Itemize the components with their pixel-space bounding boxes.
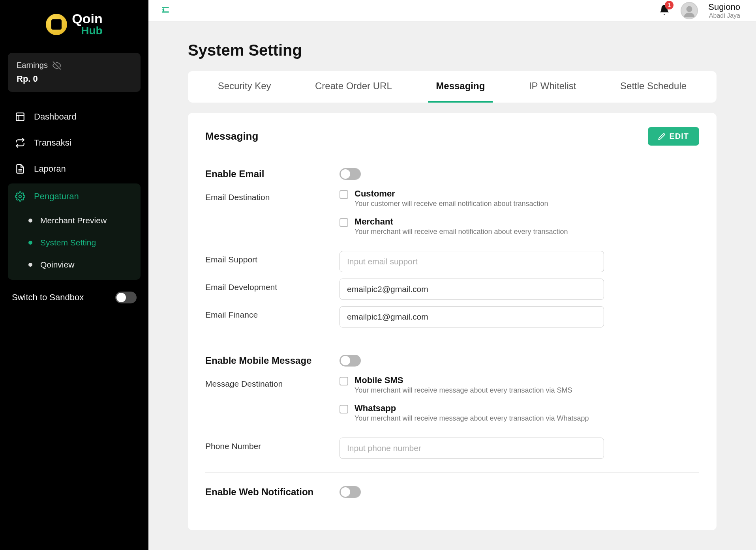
- user-info[interactable]: Sugiono Abadi Jaya: [708, 2, 740, 19]
- email-development-input[interactable]: [340, 279, 604, 300]
- tabs: Security Key Create Order URL Messaging …: [188, 71, 717, 103]
- page-title: System Setting: [188, 41, 717, 59]
- svg-rect-0: [16, 113, 24, 121]
- user-icon: [682, 4, 696, 19]
- user-company: Abadi Jaya: [708, 12, 740, 19]
- sidebar-item-dashboard[interactable]: Dashboard: [8, 104, 141, 130]
- message-destination-label: Message Destination: [205, 375, 340, 389]
- svg-point-5: [19, 195, 22, 198]
- email-finance-input[interactable]: [340, 306, 604, 327]
- divider: [205, 341, 699, 341]
- checkbox-customer-desc: Your customer will receive email notific…: [355, 200, 548, 208]
- bullet-icon: [28, 263, 32, 267]
- checkbox-merchant[interactable]: [340, 218, 348, 227]
- checkbox-customer[interactable]: [340, 190, 348, 199]
- eye-off-icon[interactable]: [53, 61, 61, 70]
- checkbox-sms-desc: Your merchant will receive message about…: [355, 386, 572, 395]
- earnings-value: Rp. 0: [17, 74, 132, 84]
- enable-mobile-label: Enable Mobile Message: [205, 355, 340, 366]
- pencil-icon: [658, 133, 665, 140]
- edit-button[interactable]: EDIT: [648, 127, 699, 146]
- bullet-icon: [28, 241, 32, 245]
- tab-create-order-url[interactable]: Create Order URL: [307, 71, 400, 103]
- checkbox-whatsapp-desc: Your merchant will receive message about…: [355, 414, 589, 423]
- tab-security-key[interactable]: Security Key: [210, 71, 279, 103]
- checkbox-customer-title: Customer: [355, 189, 548, 199]
- transaction-icon: [15, 138, 25, 148]
- topbar: 1 Sugiono Abadi Jaya: [148, 0, 756, 22]
- enable-email-label: Enable Email: [205, 168, 340, 180]
- sidebar-item-pengaturan[interactable]: Pengaturan: [8, 183, 141, 210]
- sidebar-collapse-button[interactable]: [160, 5, 171, 17]
- enable-email-toggle[interactable]: [340, 168, 361, 180]
- sidebar-item-label: Qoinview: [40, 260, 74, 269]
- email-support-input[interactable]: [340, 251, 604, 272]
- sidebar-group-pengaturan: Pengaturan Merchant Preview System Setti…: [8, 183, 141, 280]
- email-destination-label: Email Destination: [205, 189, 340, 202]
- sidebar-item-label: System Setting: [40, 238, 96, 247]
- avatar[interactable]: [681, 2, 698, 19]
- sidebar-sub-system-setting[interactable]: System Setting: [8, 232, 141, 254]
- earnings-card: Earnings Rp. 0: [8, 53, 141, 92]
- sidebar-item-label: Laporan: [34, 164, 66, 174]
- panel-title: Messaging: [205, 130, 258, 142]
- email-support-label: Email Support: [205, 251, 340, 264]
- sandbox-toggle-row: Switch to Sandbox: [8, 280, 141, 303]
- dashboard-icon: [15, 112, 25, 122]
- checkbox-merchant-title: Merchant: [355, 217, 568, 227]
- sandbox-label: Switch to Sandbox: [12, 292, 84, 303]
- bullet-icon: [28, 219, 32, 223]
- notifications-button[interactable]: 1: [658, 4, 670, 17]
- tab-settle-schedule[interactable]: Settle Schedule: [612, 71, 694, 103]
- sidebar-sub-merchant-preview[interactable]: Merchant Preview: [8, 210, 141, 232]
- checkbox-whatsapp-title: Whatsapp: [355, 403, 589, 413]
- sidebar-item-label: Transaksi: [34, 138, 71, 148]
- tab-ip-whitelist[interactable]: IP Whitelist: [521, 71, 584, 103]
- messaging-panel: Messaging EDIT Enable Email Email Destin…: [188, 113, 717, 530]
- sidebar-item-label: Dashboard: [34, 112, 77, 122]
- logo-text: Qoin: [72, 11, 102, 26]
- sidebar-item-label: Pengaturan: [34, 191, 79, 202]
- divider: [205, 472, 699, 473]
- tab-messaging[interactable]: Messaging: [428, 71, 493, 103]
- phone-number-label: Phone Number: [205, 438, 340, 451]
- enable-web-label: Enable Web Notification: [205, 486, 340, 498]
- notification-badge: 1: [665, 1, 673, 9]
- checkbox-merchant-desc: Your merchant will receive email notific…: [355, 228, 568, 236]
- sidebar-item-laporan[interactable]: Laporan: [8, 156, 141, 182]
- sidebar-item-transaksi[interactable]: Transaksi: [8, 130, 141, 156]
- menu-collapse-icon: [160, 5, 171, 15]
- checkbox-sms-title: Mobile SMS: [355, 375, 572, 385]
- email-development-label: Email Development: [205, 279, 340, 292]
- checkbox-sms[interactable]: [340, 377, 348, 385]
- checkbox-whatsapp[interactable]: [340, 405, 348, 413]
- earnings-label: Earnings: [17, 61, 48, 70]
- content: System Setting Security Key Create Order…: [148, 22, 756, 550]
- user-name: Sugiono: [708, 2, 740, 12]
- phone-number-input[interactable]: [340, 438, 604, 459]
- report-icon: [15, 164, 25, 174]
- logo-subtext: Hub: [72, 24, 102, 37]
- logo: Qoin Hub: [8, 12, 141, 37]
- sandbox-toggle[interactable]: [115, 292, 137, 303]
- sidebar: Qoin Hub Earnings Rp. 0 Dashboard Transa…: [0, 0, 148, 550]
- enable-web-toggle[interactable]: [340, 486, 361, 498]
- edit-button-label: EDIT: [669, 132, 689, 141]
- sidebar-item-label: Merchant Preview: [40, 216, 107, 225]
- svg-point-8: [687, 6, 692, 12]
- gear-icon: [15, 191, 25, 202]
- sidebar-sub-qoinview[interactable]: Qoinview: [8, 254, 141, 276]
- enable-mobile-toggle[interactable]: [340, 355, 361, 367]
- email-finance-label: Email Finance: [205, 306, 340, 320]
- logo-coin-icon: [46, 14, 67, 35]
